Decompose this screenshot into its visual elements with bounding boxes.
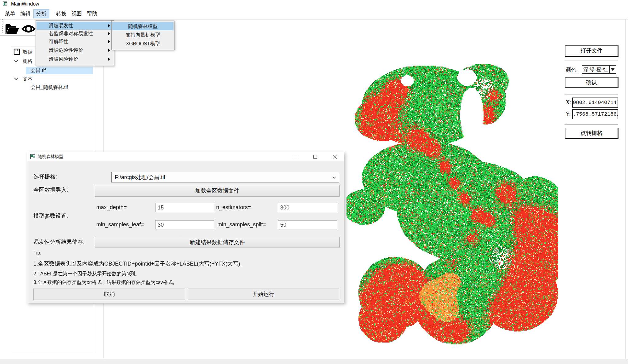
tree-root-data[interactable]: 数据 <box>23 48 33 56</box>
data-layers-icon <box>13 48 20 55</box>
open-file-button[interactable]: 打开文件 <box>565 45 618 57</box>
submenu-arrow-icon <box>108 32 110 35</box>
eye-icon[interactable] <box>21 22 36 36</box>
submenu-arrow-icon <box>108 49 110 52</box>
menu-item-semisupervised[interactable]: 若监督非对称易发性 <box>36 30 113 38</box>
tree-item-huichang-rf-tif[interactable]: 会昌_随机森林.tif <box>31 84 68 91</box>
dialog-icon <box>30 154 35 159</box>
result-store-label: 易发性分析结果储存: <box>33 238 85 246</box>
menu-item-label: 滑坡易发性 <box>49 23 73 28</box>
analysis-menu-popup: 滑坡易发性 若监督非对称易发性 可解释性 滑坡危险性评价 滑坡风险评价 <box>36 20 114 66</box>
y-coordinate-field[interactable]: .7568.571721861 <box>572 109 618 119</box>
submenu-item-random-forest[interactable]: 随机森林模型 <box>112 22 174 30</box>
main-window: MainWindow 菜单 编辑 分析 转换 视图 帮助 数据 栅格 会昌.ti… <box>0 0 628 364</box>
tree-item-huichang-tif[interactable]: 会昌.tif <box>26 67 93 74</box>
submenu-item-xgboost[interactable]: XGBOOST模型 <box>112 39 174 48</box>
tip-line-2: 2.LABEL是在第一个因子处从零开始数的第N列。 <box>33 271 140 277</box>
menubar-item-edit[interactable]: 编辑 <box>18 10 33 18</box>
tip-line-3: 3.全区数据的储存类型为txt格式；结果数据的存储类型为csv格式。 <box>33 279 178 286</box>
raster-select-value: F:/arcgis处理/会昌.tif <box>115 174 165 180</box>
maximize-icon[interactable] <box>313 155 317 159</box>
susceptibility-submenu-popup: 随机森林模型 支持向量机模型 XGBOOST模型 <box>111 21 174 50</box>
combo-dropdown-button[interactable] <box>609 66 616 73</box>
min-samples-leaf-label: min_samples_leaf= <box>96 221 144 228</box>
menu-item-label: 滑坡危险性评价 <box>49 48 83 53</box>
menubar-item-menu[interactable]: 菜单 <box>2 10 18 18</box>
separator <box>565 124 618 125</box>
tip-title: Tip: <box>33 250 41 256</box>
window-title: MainWindow <box>11 1 39 7</box>
menubar-item-help[interactable]: 帮助 <box>84 10 100 18</box>
raster-select-label: 选择栅格: <box>33 173 57 180</box>
chevron-down-icon[interactable] <box>14 59 18 63</box>
min-samples-leaf-input[interactable]: 30 <box>155 220 214 229</box>
n-estimators-input[interactable]: 300 <box>278 203 337 212</box>
dialog-titlebar[interactable]: 随机森林模型 <box>27 152 344 161</box>
tree-group-raster[interactable]: 栅格 <box>23 58 33 65</box>
susceptibility-map-canvas[interactable] <box>347 49 558 353</box>
random-forest-dialog: 随机森林模型 选择栅格: F:/arcgis处理/会昌.tif 全区数据导入: … <box>27 152 344 303</box>
chevron-down-icon <box>611 68 615 71</box>
tip-line-1: 1.全区数据表头以及内容成为OBJECTID+pointid+因子名称+LABE… <box>33 260 246 267</box>
app-window-icon <box>3 2 8 7</box>
max-depth-input[interactable]: 15 <box>155 203 214 212</box>
model-params-label: 模型参数设置: <box>33 212 68 220</box>
chevron-down-icon[interactable] <box>14 77 18 81</box>
submenu-arrow-icon <box>108 58 110 61</box>
separator <box>565 94 618 94</box>
run-button[interactable]: 开始运行 <box>188 289 339 300</box>
n-estimators-label: n_estimators= <box>216 204 251 211</box>
min-samples-split-label: min_samples_split= <box>217 221 266 228</box>
x-coordinate-label: X: <box>566 99 571 106</box>
color-ramp-value: 深:绿-橙-红 <box>584 66 608 73</box>
submenu-arrow-icon <box>108 40 110 43</box>
menu-item-landslide-susceptibility[interactable]: 滑坡易发性 <box>36 22 113 30</box>
chevron-down-icon <box>332 176 336 179</box>
right-panel-divider <box>626 19 626 359</box>
raster-select-combobox[interactable]: F:/arcgis处理/会昌.tif <box>111 172 339 182</box>
region-import-label: 全区数据导入: <box>33 186 68 193</box>
open-folder-icon[interactable] <box>5 23 20 35</box>
min-samples-split-input[interactable]: 50 <box>278 220 337 229</box>
color-label: 颜色: <box>566 66 578 73</box>
max-depth-label: max_depth= <box>96 204 127 211</box>
submenu-arrow-icon <box>108 24 110 27</box>
confirm-button[interactable]: 确认 <box>565 77 618 88</box>
separator <box>565 60 618 60</box>
close-icon[interactable] <box>333 155 337 159</box>
menu-item-label: 若监督非对称易发性 <box>49 31 93 36</box>
tree-group-text[interactable]: 文本 <box>23 75 33 83</box>
window-titlebar: MainWindow <box>0 0 628 8</box>
menubar-item-convert[interactable]: 转换 <box>54 10 69 18</box>
new-result-file-button[interactable]: 新建结果数据储存文件 <box>95 237 340 247</box>
menu-item-label: 可解释性 <box>49 39 68 44</box>
point-to-raster-button[interactable]: 点转栅格 <box>565 128 618 139</box>
menu-item-label: 滑坡风险评价 <box>49 56 78 62</box>
menu-item-risk-evaluation[interactable]: 滑坡风险评价 <box>36 55 113 63</box>
x-coordinate-field[interactable]: 0802.6140407147 <box>572 98 618 108</box>
y-coordinate-label: Y: <box>566 111 571 117</box>
toolbar-drag-handle[interactable] <box>2 19 3 34</box>
menubar-item-analysis[interactable]: 分析 <box>34 10 49 18</box>
minimize-icon[interactable] <box>293 155 298 159</box>
status-bar <box>0 359 628 364</box>
tree-item-label: 会昌.tif <box>26 68 46 73</box>
dialog-title: 随机森林模型 <box>38 154 63 159</box>
cancel-button[interactable]: 取消 <box>33 289 185 300</box>
menubar-item-view[interactable]: 视图 <box>69 10 84 18</box>
color-ramp-select[interactable]: 深:绿-橙-红 <box>582 65 616 74</box>
menu-item-interpretability[interactable]: 可解释性 <box>36 38 113 46</box>
submenu-item-svm[interactable]: 支持向量机模型 <box>112 30 174 39</box>
load-region-data-button[interactable]: 加载全区数据文件 <box>95 185 340 197</box>
menu-item-hazard-evaluation[interactable]: 滑坡危险性评价 <box>36 46 113 55</box>
